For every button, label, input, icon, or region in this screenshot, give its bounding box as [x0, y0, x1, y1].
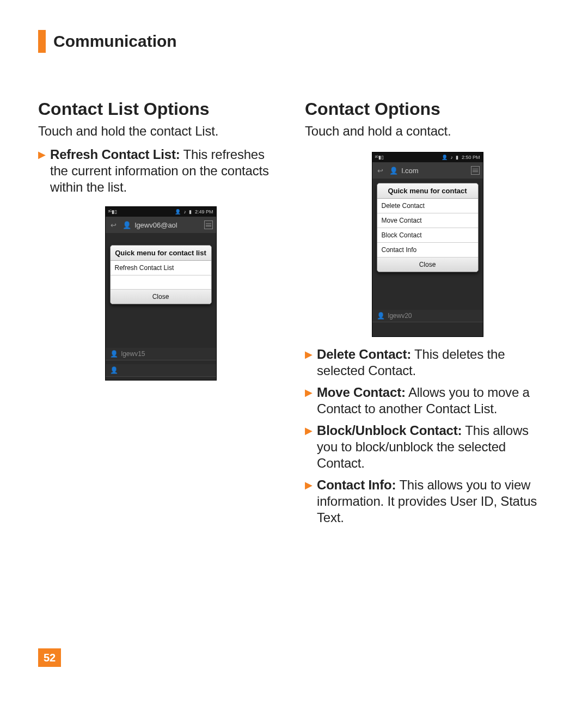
- bullet-item: ▶ Delete Contact: This deletes the selec…: [305, 346, 550, 379]
- left-column: Contact List Options Touch and hold the …: [38, 99, 283, 531]
- phone-mock: ³ᴳ▮▯ 👤 ♪ ▮ 2:49 PM ↩ 👤 lgewv06@aol: [105, 206, 217, 381]
- bullet-item: ▶ Move Contact: Allows you to move a Con…: [305, 384, 550, 417]
- battery-icon: ▮: [456, 155, 458, 160]
- phone-body: Quick menu for contact Delete Contact Mo…: [372, 179, 483, 336]
- chapter-title: Communication: [53, 32, 177, 51]
- title-bar: ↩ 👤 l.com: [372, 162, 483, 179]
- title-text: lgewv06@aol: [135, 221, 177, 229]
- triangle-icon: ▶: [305, 422, 313, 471]
- bg-contact-name: lgewv20: [388, 312, 412, 320]
- bg-contact-row: 👤: [106, 364, 216, 377]
- triangle-icon: ▶: [305, 384, 313, 417]
- person-icon: 👤: [110, 366, 118, 374]
- right-column: Contact Options Touch and hold a contact…: [305, 99, 550, 531]
- bullet-text: Block/Unblock Contact: This allows you t…: [317, 422, 550, 471]
- section-intro: Touch and hold a contact.: [305, 124, 550, 139]
- accent-bar: [38, 30, 46, 53]
- screenshot-right: ³ᴳ▮▯ 👤 ♪ ▮ 2:50 PM ↩ 👤 l.com: [305, 146, 550, 339]
- bullet-label: Delete Contact:: [317, 347, 411, 361]
- screenshot-left: ³ᴳ▮▯ 👤 ♪ ▮ 2:49 PM ↩ 👤 lgewv06@aol: [38, 201, 283, 382]
- popup: Quick menu for contact Delete Contact Mo…: [377, 183, 479, 272]
- back-icon[interactable]: ↩: [109, 220, 119, 230]
- status-bar: ³ᴳ▮▯ 👤 ♪ ▮ 2:49 PM: [106, 207, 216, 217]
- clock: 2:49 PM: [195, 209, 213, 214]
- bullet-label: Contact Info:: [317, 477, 396, 492]
- bullet-label: Block/Unblock Contact:: [317, 423, 462, 438]
- person-icon: 👤: [122, 220, 132, 230]
- title-text: l.com: [402, 167, 419, 175]
- popup-title: Quick menu for contact: [377, 183, 478, 199]
- triangle-icon: ▶: [305, 477, 313, 526]
- bullet-text: Delete Contact: This deletes the selecte…: [317, 346, 550, 379]
- menu-icon[interactable]: [471, 166, 480, 175]
- popup-item[interactable]: Block Contact: [377, 228, 478, 243]
- page-number: 52: [38, 648, 61, 667]
- person-icon: 👤: [389, 165, 399, 175]
- popup-title: Quick menu for contact list: [111, 246, 211, 261]
- section-intro: Touch and hold the contact List.: [38, 124, 283, 139]
- person-icon: 👤: [442, 155, 448, 160]
- popup-close[interactable]: Close: [377, 258, 478, 272]
- page: Communication Contact List Options Touch…: [0, 0, 588, 705]
- popup: Quick menu for contact list Refresh Cont…: [110, 245, 212, 304]
- triangle-icon: ▶: [38, 146, 46, 195]
- signal-icon: ³ᴳ▮▯: [108, 209, 118, 214]
- columns: Contact List Options Touch and hold the …: [38, 99, 550, 531]
- bullet-text: Contact Info: This allows you to view in…: [317, 477, 550, 526]
- battery-icon: ▮: [189, 209, 192, 214]
- music-icon: ♪: [450, 155, 453, 160]
- popup-item[interactable]: Refresh Contact List: [111, 261, 211, 275]
- bullet-label: Move Contact:: [317, 385, 406, 400]
- bg-contact-row: 👤 lgewv20: [372, 310, 483, 322]
- status-right: 👤 ♪ ▮ 2:49 PM: [173, 209, 213, 214]
- status-bar: ³ᴳ▮▯ 👤 ♪ ▮ 2:50 PM: [372, 152, 483, 162]
- bg-contact-row: 👤 lgewv15: [106, 348, 216, 360]
- bullet-text: Refresh Contact List: This refreshes the…: [50, 146, 283, 195]
- section-heading: Contact Options: [305, 99, 550, 119]
- phone-mock: ³ᴳ▮▯ 👤 ♪ ▮ 2:50 PM ↩ 👤 l.com: [372, 152, 483, 337]
- bg-contact-name: lgewv15: [121, 350, 145, 358]
- bullet-item: ▶ Refresh Contact List: This refreshes t…: [38, 146, 283, 195]
- status-right: 👤 ♪ ▮ 2:50 PM: [440, 155, 480, 160]
- popup-item[interactable]: Delete Contact: [377, 199, 478, 213]
- popup-item-empty: [111, 275, 211, 290]
- back-icon[interactable]: ↩: [376, 165, 385, 175]
- popup-item[interactable]: Contact Info: [377, 243, 478, 258]
- menu-icon[interactable]: [204, 220, 213, 229]
- signal-icon: ³ᴳ▮▯: [375, 155, 384, 160]
- popup-close[interactable]: Close: [111, 290, 211, 304]
- triangle-icon: ▶: [305, 346, 313, 379]
- bullet-item: ▶ Contact Info: This allows you to view …: [305, 477, 550, 526]
- title-bar: ↩ 👤 lgewv06@aol: [106, 217, 216, 233]
- music-icon: ♪: [183, 209, 186, 214]
- person-icon: 👤: [110, 350, 118, 358]
- clock: 2:50 PM: [462, 155, 480, 160]
- bullet-label: Refresh Contact List:: [50, 147, 180, 162]
- person-icon: 👤: [175, 209, 181, 214]
- phone-body: Quick menu for contact list Refresh Cont…: [106, 233, 216, 380]
- chapter-header: Communication: [38, 30, 550, 53]
- popup-item[interactable]: Move Contact: [377, 213, 478, 228]
- bullet-item: ▶ Block/Unblock Contact: This allows you…: [305, 422, 550, 471]
- bullet-text: Move Contact: Allows you to move a Conta…: [317, 384, 550, 417]
- person-icon: 👤: [377, 312, 385, 320]
- section-heading: Contact List Options: [38, 99, 283, 119]
